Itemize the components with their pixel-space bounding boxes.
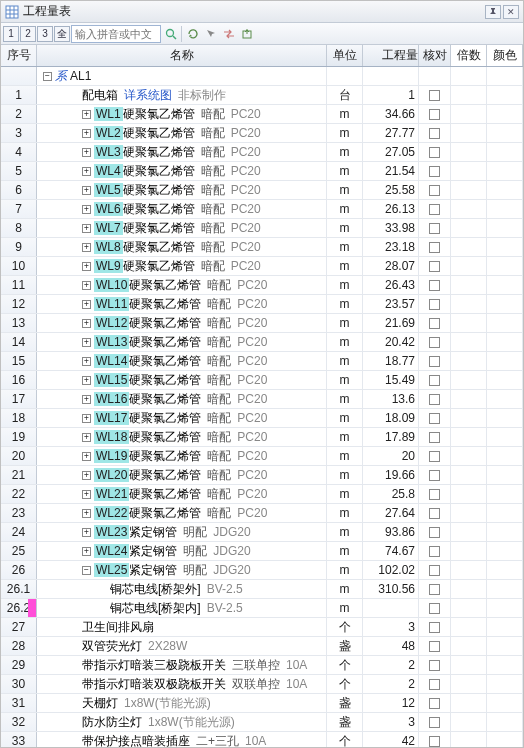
expand-icon[interactable]: +	[82, 471, 91, 480]
checkbox[interactable]	[429, 736, 440, 747]
checkbox[interactable]	[429, 204, 440, 215]
collapse-icon[interactable]: −	[82, 566, 91, 575]
cell-name[interactable]: 带指示灯暗装双极跷板开关双联单控10A	[37, 675, 327, 693]
table-row[interactable]: 18+WL17 硬聚氯乙烯管暗配PC20 m 18.09	[1, 409, 523, 428]
checkbox[interactable]	[429, 280, 440, 291]
table-row[interactable]: 10+WL9 硬聚氯乙烯管暗配PC20 m 28.07	[1, 257, 523, 276]
cell-check[interactable]	[419, 504, 451, 522]
cell-name[interactable]: +WL11 硬聚氯乙烯管暗配PC20	[37, 295, 327, 313]
level-all-button[interactable]: 全	[54, 26, 70, 42]
header-check[interactable]: 核对	[419, 45, 451, 66]
header-name[interactable]: 名称	[37, 45, 327, 66]
cell-check[interactable]	[419, 561, 451, 579]
checkbox[interactable]	[429, 223, 440, 234]
checkbox[interactable]	[429, 660, 440, 671]
cell-check[interactable]	[419, 143, 451, 161]
checkbox[interactable]	[429, 679, 440, 690]
cell-name[interactable]: −WL25 紧定钢管明配JDG20	[37, 561, 327, 579]
checkbox[interactable]	[429, 185, 440, 196]
cell-check[interactable]	[419, 295, 451, 313]
checkbox[interactable]	[429, 470, 440, 481]
cell-check[interactable]	[419, 124, 451, 142]
cell-check[interactable]	[419, 200, 451, 218]
cell-name[interactable]: +WL20 硬聚氯乙烯管暗配PC20	[37, 466, 327, 484]
cell-name[interactable]: +WL2 硬聚氯乙烯管暗配PC20	[37, 124, 327, 142]
cell-check[interactable]	[419, 732, 451, 747]
cell-name[interactable]: +WL14 硬聚氯乙烯管暗配PC20	[37, 352, 327, 370]
cell-check[interactable]	[419, 675, 451, 693]
cell-check[interactable]	[419, 352, 451, 370]
expand-icon[interactable]: +	[82, 110, 91, 119]
cell-check[interactable]	[419, 580, 451, 598]
table-row[interactable]: 16+WL15 硬聚氯乙烯管暗配PC20 m 15.49	[1, 371, 523, 390]
checkbox[interactable]	[429, 717, 440, 728]
table-row[interactable]: 28双管荧光灯2X28W 盏 48	[1, 637, 523, 656]
checkbox[interactable]	[429, 318, 440, 329]
expand-icon[interactable]: +	[82, 433, 91, 442]
table-row[interactable]: 13+WL12 硬聚氯乙烯管暗配PC20 m 21.69	[1, 314, 523, 333]
cell-name[interactable]: 卫生间排风扇	[37, 618, 327, 636]
checkbox[interactable]	[429, 375, 440, 386]
table-row[interactable]: 14+WL13 硬聚氯乙烯管暗配PC20 m 20.42	[1, 333, 523, 352]
expand-icon[interactable]: +	[82, 243, 91, 252]
cell-name[interactable]: +WL15 硬聚氯乙烯管暗配PC20	[37, 371, 327, 389]
table-row[interactable]: 3+WL2 硬聚氯乙烯管暗配PC20 m 27.77	[1, 124, 523, 143]
cell-check[interactable]	[419, 409, 451, 427]
expand-icon[interactable]: +	[82, 376, 91, 385]
cell-name[interactable]: +WL17 硬聚氯乙烯管暗配PC20	[37, 409, 327, 427]
export-icon[interactable]	[238, 25, 255, 42]
expand-icon[interactable]: +	[82, 528, 91, 537]
expand-icon[interactable]: +	[82, 452, 91, 461]
expand-icon[interactable]: +	[82, 129, 91, 138]
expand-icon[interactable]: +	[82, 509, 91, 518]
table-row[interactable]: 31天棚灯1x8W(节能光源) 盏 12	[1, 694, 523, 713]
cell-check[interactable]	[419, 694, 451, 712]
table-row[interactable]: 5+WL4 硬聚氯乙烯管暗配PC20 m 21.54	[1, 162, 523, 181]
checkbox[interactable]	[429, 128, 440, 139]
checkbox[interactable]	[429, 90, 440, 101]
header-seq[interactable]: 序号	[1, 45, 37, 66]
cell-name[interactable]: 天棚灯1x8W(节能光源)	[37, 694, 327, 712]
cell-name[interactable]: +WL19 硬聚氯乙烯管暗配PC20	[37, 447, 327, 465]
expand-icon[interactable]: +	[82, 319, 91, 328]
level-1-button[interactable]: 1	[3, 26, 19, 42]
cell-check[interactable]	[419, 713, 451, 731]
checkbox[interactable]	[429, 546, 440, 557]
cell-name[interactable]: 带指示灯暗装三极跷板开关三联单控10A	[37, 656, 327, 674]
swap-icon[interactable]	[220, 25, 237, 42]
cell-check[interactable]	[419, 162, 451, 180]
cell-check[interactable]	[419, 276, 451, 294]
cell-name[interactable]: +WL5 硬聚氯乙烯管暗配PC20	[37, 181, 327, 199]
table-row[interactable]: 17+WL16 硬聚氯乙烯管暗配PC20 m 13.6	[1, 390, 523, 409]
header-mult[interactable]: 倍数	[451, 45, 487, 66]
checkbox[interactable]	[429, 394, 440, 405]
collapse-icon[interactable]: −	[43, 72, 52, 81]
checkbox[interactable]	[429, 432, 440, 443]
search-input[interactable]	[75, 28, 157, 40]
cell-name[interactable]: 铜芯电线[桥架内]BV-2.5	[37, 599, 327, 617]
cell-name[interactable]: +WL1 硬聚氯乙烯管暗配PC20	[37, 105, 327, 123]
checkbox[interactable]	[429, 508, 440, 519]
level-3-button[interactable]: 3	[37, 26, 53, 42]
expand-icon[interactable]: +	[82, 357, 91, 366]
pin-button[interactable]	[485, 5, 501, 19]
table-row[interactable]: 27卫生间排风扇 个 3	[1, 618, 523, 637]
cell-check[interactable]	[419, 86, 451, 104]
grid-body[interactable]: − 系 AL1 1配电箱详系统图非标制作 台 1 2+WL1 硬聚氯乙烯管暗配P…	[1, 67, 523, 747]
checkbox[interactable]	[429, 565, 440, 576]
table-row[interactable]: 22+WL21 硬聚氯乙烯管暗配PC20 m 25.8	[1, 485, 523, 504]
table-row[interactable]: 1配电箱详系统图非标制作 台 1	[1, 86, 523, 105]
item-link[interactable]: 详系统图	[124, 87, 172, 104]
cell-name[interactable]: +WL4 硬聚氯乙烯管暗配PC20	[37, 162, 327, 180]
table-row[interactable]: 26.2铜芯电线[桥架内]BV-2.5 m	[1, 599, 523, 618]
cell-check[interactable]	[419, 390, 451, 408]
cell-check[interactable]	[419, 333, 451, 351]
expand-icon[interactable]: +	[82, 167, 91, 176]
cell-check[interactable]	[419, 257, 451, 275]
checkbox[interactable]	[429, 166, 440, 177]
table-row[interactable]: 6+WL5 硬聚氯乙烯管暗配PC20 m 25.58	[1, 181, 523, 200]
table-row[interactable]: 11+WL10 硬聚氯乙烯管暗配PC20 m 26.43	[1, 276, 523, 295]
cell-name[interactable]: +WL9 硬聚氯乙烯管暗配PC20	[37, 257, 327, 275]
table-row[interactable]: 4+WL3 硬聚氯乙烯管暗配PC20 m 27.05	[1, 143, 523, 162]
expand-icon[interactable]: +	[82, 224, 91, 233]
